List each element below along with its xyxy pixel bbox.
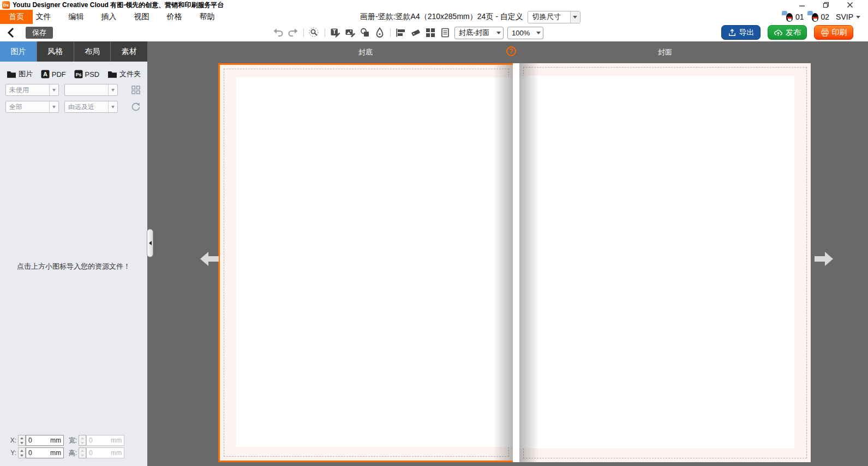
y-field[interactable]: mm: [26, 447, 64, 458]
menu-item-file[interactable]: 文件: [35, 12, 51, 22]
tab-styles[interactable]: 风格: [37, 41, 74, 62]
zoom-level-dropdown[interactable]: 100%: [507, 27, 543, 39]
zoom-level-value: 100%: [508, 29, 534, 37]
export-label: 导出: [739, 28, 755, 38]
front-cover-content[interactable]: [519, 76, 794, 449]
scope-filter-dropdown[interactable]: 全部: [5, 101, 59, 113]
tab-pictures[interactable]: 图片: [0, 41, 37, 62]
import-psd-button[interactable]: Ps PSD: [74, 70, 100, 78]
svg-text:A: A: [43, 71, 47, 77]
window-controls: [798, 2, 868, 8]
import-psd-label: PSD: [85, 70, 100, 78]
spine-gap: [513, 63, 519, 462]
chevron-down-icon: [856, 16, 860, 19]
spine-help-icon[interactable]: ?: [506, 46, 516, 56]
folder-icon: [107, 70, 117, 78]
usage-filter-dropdown[interactable]: 未使用: [5, 84, 59, 96]
close-button[interactable]: [846, 2, 854, 8]
print-label: 印刷: [832, 28, 847, 38]
width-unit: mm: [111, 437, 122, 444]
zoom-select-icon[interactable]: [309, 27, 320, 38]
x-field[interactable]: mm: [26, 435, 64, 446]
front-cover-page[interactable]: [519, 63, 811, 462]
toolbar: 保存 T: [0, 24, 868, 41]
width-label: 宽:: [67, 436, 77, 445]
qq-penguin-icon: [785, 13, 793, 22]
sidebar-tabs: 图片 风格 布局 素材: [0, 41, 147, 62]
publish-button[interactable]: 发布: [768, 25, 807, 40]
import-pdf-button[interactable]: A PDF: [41, 70, 66, 78]
toolbar-separator: [303, 28, 304, 37]
export-icon: [728, 28, 737, 37]
chevron-down-icon: [49, 101, 58, 112]
export-button[interactable]: 导出: [721, 25, 761, 40]
minimize-button[interactable]: [798, 2, 806, 8]
pen-tool-icon[interactable]: [374, 27, 385, 38]
menu-item-help[interactable]: 帮助: [199, 12, 215, 22]
spread-select-dropdown[interactable]: 封底-封面: [454, 27, 504, 39]
import-folder-button[interactable]: 文件夹: [107, 69, 141, 79]
menu-item-insert[interactable]: 插入: [101, 12, 117, 22]
chevron-down-icon: [494, 32, 503, 34]
app-logo-icon: Ds: [2, 1, 10, 9]
account-area: 01 02 SVIP: [785, 10, 860, 24]
sidebar-hint-text: 点击上方小图标导入您的资源文件！: [0, 262, 147, 271]
front-cover-label: 封面: [519, 47, 811, 57]
next-spread-button[interactable]: [815, 250, 834, 270]
menu-item-edit[interactable]: 编辑: [68, 12, 84, 22]
image-edit-icon[interactable]: [345, 27, 356, 38]
coord-row-x: X: mm 宽: mm: [7, 435, 128, 446]
svip-label: SVIP: [836, 13, 853, 21]
arrow-left-icon: [199, 250, 219, 268]
window-title: Youtu Designer Creative Cloud 有图-领先的创意、营…: [13, 1, 224, 10]
price-tag-icon[interactable]: [410, 27, 421, 38]
import-pictures-button[interactable]: 图片: [7, 69, 33, 79]
back-cover-content[interactable]: [236, 77, 513, 447]
thumbnail-grid-icon[interactable]: [130, 84, 142, 96]
shape-icon[interactable]: [360, 27, 370, 38]
back-button[interactable]: [7, 27, 15, 40]
tab-layouts[interactable]: 布局: [74, 41, 111, 62]
align-icon[interactable]: [396, 27, 406, 38]
undo-icon[interactable]: [273, 27, 284, 38]
tab-materials[interactable]: 素材: [111, 41, 147, 62]
print-button[interactable]: 印刷: [814, 25, 853, 40]
redo-icon[interactable]: [288, 27, 298, 38]
y-stepper[interactable]: [18, 447, 26, 458]
x-input[interactable]: [28, 437, 47, 444]
page-list-icon[interactable]: [440, 27, 451, 38]
toolbar-separator: [390, 28, 391, 37]
text-edit-icon[interactable]: T: [330, 27, 341, 38]
menu-item-view[interactable]: 视图: [134, 12, 149, 22]
sidebar-collapse-handle[interactable]: [147, 229, 153, 257]
height-stepper: [79, 447, 86, 458]
restore-button[interactable]: [822, 2, 830, 8]
switch-size-dropdown[interactable]: 切换尺寸: [528, 11, 580, 23]
refresh-icon[interactable]: [130, 101, 142, 113]
toolbar-tools: T 封底-封面: [273, 24, 543, 41]
chevron-down-icon: [534, 32, 543, 34]
app-window: Ds Youtu Designer Creative Cloud 有图-领先的创…: [0, 0, 868, 466]
y-input[interactable]: [28, 449, 47, 457]
x-label: X:: [7, 437, 16, 444]
switch-size-label: 切换尺寸: [528, 12, 570, 22]
scope-filter-value: 全部: [6, 102, 49, 112]
blank-filter-dropdown[interactable]: [64, 84, 118, 96]
menu-item-price[interactable]: 价格: [166, 12, 182, 22]
qq-account-1[interactable]: 01: [785, 13, 804, 22]
width-input: [89, 437, 107, 444]
previous-spread-button[interactable]: [199, 250, 219, 270]
height-field: mm: [86, 447, 124, 458]
back-cover-label: 封底: [218, 47, 513, 57]
x-stepper[interactable]: [18, 435, 26, 446]
title-bar: Ds Youtu Designer Creative Cloud 有图-领先的创…: [0, 0, 868, 10]
save-button[interactable]: 保存: [26, 27, 53, 39]
publish-label: 发布: [786, 28, 801, 38]
order-filter-dropdown[interactable]: 由远及近: [64, 101, 118, 113]
back-cover-page[interactable]: [218, 63, 513, 462]
qq-account-2[interactable]: 02: [811, 13, 830, 22]
svip-menu[interactable]: SVIP: [836, 13, 860, 21]
menu-item-home[interactable]: 首页: [0, 10, 33, 24]
grid-view-icon[interactable]: [425, 27, 436, 38]
svg-text:Ps: Ps: [75, 72, 81, 77]
